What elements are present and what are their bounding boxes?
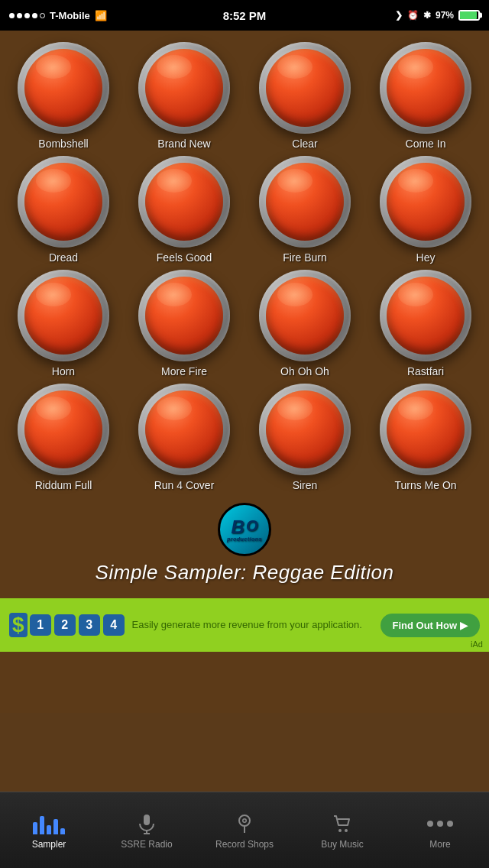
status-right: ❯ ⏰ ✱ 97% (395, 10, 480, 21)
more-dots (427, 821, 453, 827)
carrier-label: T-Mobile (50, 10, 90, 21)
sound-button-rastfari[interactable]: Rastfari (368, 270, 483, 377)
sound-button-feels-good[interactable]: Feels Good (127, 156, 241, 264)
signal-dot-5 (40, 13, 45, 18)
sound-button-siren[interactable]: Siren (248, 384, 362, 491)
sound-button-outer-dread[interactable] (18, 156, 109, 248)
bluetooth-icon: ✱ (423, 10, 431, 21)
spacer (0, 652, 489, 713)
logo-b: B (232, 518, 244, 536)
sound-button-outer-siren[interactable] (259, 384, 351, 475)
more-icon (426, 811, 454, 836)
tab-ssre-label: SSRE Radio (121, 839, 172, 850)
sound-button-label-brand-new: Brand New (157, 138, 210, 150)
sound-button-outer-oh-oh-oh[interactable] (259, 270, 351, 361)
iad-label: iAd (471, 640, 483, 649)
tab-buy-music[interactable]: Buy Music (293, 792, 391, 868)
microphone-icon (133, 811, 160, 836)
sound-button-label-clear: Clear (292, 138, 317, 150)
sound-button-inner-riddum-full (24, 390, 102, 468)
sound-button-outer-riddum-full[interactable] (18, 384, 109, 475)
logo-o: O (246, 518, 258, 536)
ad-find-out-button[interactable]: Find Out How ▶ (381, 614, 480, 637)
sound-button-more-fire[interactable]: More Fire (127, 270, 241, 377)
sound-button-inner-horn (24, 277, 102, 355)
sound-button-label-dread: Dread (49, 251, 78, 264)
sound-button-inner-clear (266, 49, 344, 127)
sound-button-inner-come-in (387, 49, 465, 127)
tab-bar: Sampler SSRE Radio Record Shops (0, 792, 489, 868)
ad-banner[interactable]: $ 1234 Easily generate more revenue from… (0, 598, 489, 652)
sound-button-outer-hey[interactable] (380, 156, 471, 248)
sound-button-outer-run-4-cover[interactable] (138, 384, 230, 475)
sound-button-inner-feels-good (145, 163, 223, 241)
sound-button-bombshell[interactable]: Bombshell (6, 42, 121, 150)
sound-button-outer-feels-good[interactable] (138, 156, 230, 248)
sound-button-label-feels-good: Feels Good (157, 251, 212, 264)
sound-button-riddum-full[interactable]: Riddum Full (6, 384, 121, 491)
sound-button-outer-fire-burn[interactable] (259, 156, 351, 248)
battery-body (458, 10, 480, 21)
sound-button-label-horn: Horn (52, 365, 75, 377)
sound-button-label-riddum-full: Riddum Full (35, 479, 92, 491)
sound-button-outer-rastfari[interactable] (380, 270, 471, 361)
sound-button-dread[interactable]: Dread (6, 156, 121, 264)
signal-dot-4 (32, 13, 37, 18)
ad-button-arrow: ▶ (460, 620, 468, 631)
sound-button-horn[interactable]: Horn (6, 270, 121, 377)
sound-button-run-4-cover[interactable]: Run 4 Cover (127, 384, 241, 491)
sound-button-outer-turns-me-on[interactable] (380, 384, 471, 475)
bar-3 (47, 825, 51, 834)
bar-5 (60, 828, 65, 834)
sound-button-label-turns-me-on: Turns Me On (394, 479, 456, 491)
sound-button-inner-brand-new (145, 49, 223, 127)
tab-more[interactable]: More (391, 792, 489, 868)
location-icon: ❯ (395, 10, 403, 21)
sound-button-fire-burn[interactable]: Fire Burn (248, 156, 362, 264)
tab-ssre-radio[interactable]: SSRE Radio (98, 792, 196, 868)
cart-icon (329, 811, 356, 836)
svg-point-5 (244, 819, 246, 821)
svg-point-7 (345, 829, 348, 832)
sound-button-inner-turns-me-on (387, 390, 465, 468)
tab-record-shops[interactable]: Record Shops (196, 792, 293, 868)
sound-button-outer-bombshell[interactable] (18, 42, 109, 134)
sampler-bars (33, 813, 65, 834)
sound-button-outer-come-in[interactable] (380, 42, 471, 134)
sound-button-clear[interactable]: Clear (248, 42, 362, 150)
signal-dot-3 (24, 13, 30, 18)
sound-button-outer-clear[interactable] (259, 42, 351, 134)
sound-button-outer-brand-new[interactable] (138, 42, 230, 134)
app-logo: B O productions (218, 503, 271, 556)
status-left: T-Mobile 📶 (9, 10, 107, 21)
sound-button-label-hey: Hey (416, 251, 436, 264)
sound-button-oh-oh-oh[interactable]: Oh Oh Oh (248, 270, 362, 377)
ad-num-2: 2 (54, 614, 76, 636)
ad-text: Easily generate more revenue from your a… (132, 619, 373, 632)
tab-sampler[interactable]: Sampler (0, 792, 98, 868)
tab-buy-music-label: Buy Music (321, 839, 363, 850)
status-time: 8:52 PM (223, 9, 267, 22)
sound-button-inner-hey (387, 163, 465, 241)
sound-button-brand-new[interactable]: Brand New (127, 42, 241, 150)
sound-button-inner-rastfari (387, 277, 465, 355)
sound-button-hey[interactable]: Hey (368, 156, 483, 264)
sound-button-outer-more-fire[interactable] (138, 270, 230, 361)
bar-4 (53, 819, 58, 834)
sound-button-label-oh-oh-oh: Oh Oh Oh (280, 365, 329, 377)
tab-more-label: More (429, 839, 450, 850)
sound-button-outer-horn[interactable] (18, 270, 109, 361)
wifi-icon: 📶 (95, 10, 107, 21)
sound-button-inner-run-4-cover (145, 390, 223, 468)
ad-dollar-numbers: $ 1234 (9, 613, 125, 637)
equalizer-icon (35, 811, 63, 836)
logo-section: B O productions Simple Sampler: Reggae E… (6, 499, 483, 591)
alarm-icon: ⏰ (407, 10, 419, 21)
battery-indicator (458, 10, 480, 21)
location-pin-icon (231, 811, 258, 836)
sound-button-turns-me-on[interactable]: Turns Me On (368, 384, 483, 491)
battery-percent: 97% (436, 10, 454, 21)
battery-fill (460, 11, 477, 19)
sound-button-come-in[interactable]: Come In (368, 42, 483, 150)
ad-num-1: 1 (30, 614, 51, 636)
